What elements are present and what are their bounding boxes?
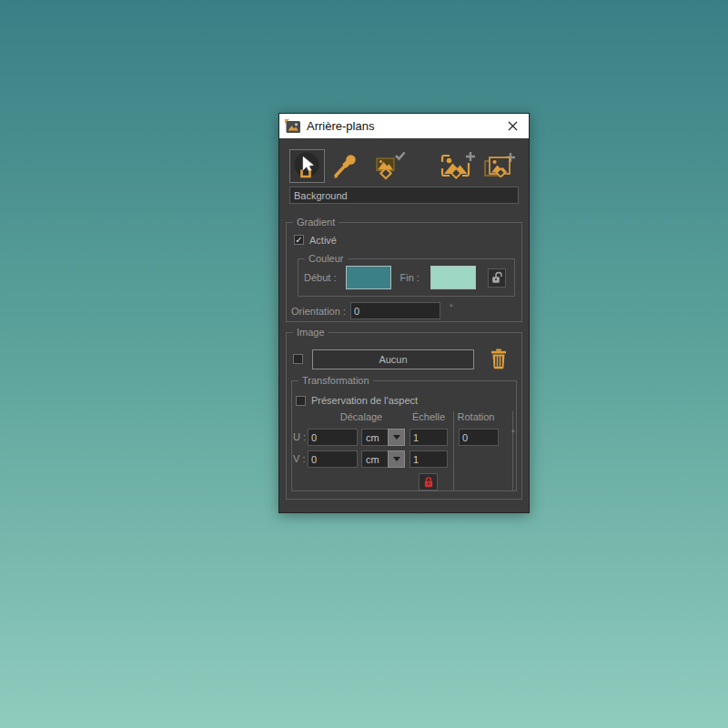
image-enabled-checkbox[interactable]	[293, 354, 303, 364]
rotation-header: Rotation	[458, 411, 495, 422]
column-separator-left	[453, 411, 454, 490]
unlocked-padlock-icon	[491, 271, 502, 284]
u-offset-unit-combo[interactable]: cm	[361, 429, 405, 446]
preserve-aspect-label: Préservation de l'aspect	[311, 395, 418, 406]
v-offset-unit-value: cm	[361, 450, 389, 468]
gradient-enabled-row: ✓ Activé	[294, 234, 521, 246]
v-scale-input[interactable]	[410, 450, 448, 468]
select-tool-button[interactable]	[289, 149, 325, 183]
add-image-tool-button[interactable]	[440, 150, 477, 181]
eyedropper-tool-button[interactable]	[331, 152, 359, 179]
eyedropper-icon	[331, 152, 359, 179]
image-group-label: Image	[293, 327, 329, 339]
u-offset-unit-value: cm	[361, 429, 389, 446]
titlebar[interactable]: Arrière-plans	[279, 114, 529, 138]
image-file-button-label: Aucun	[379, 354, 407, 365]
transformation-group-label: Transformation	[298, 375, 373, 387]
couleur-group-label: Couleur	[305, 253, 348, 265]
couleur-group: Couleur Début : Fin :	[298, 258, 515, 297]
v-offset-unit-combo[interactable]: cm	[361, 450, 405, 468]
start-color-swatch[interactable]	[346, 266, 391, 289]
close-button[interactable]	[496, 114, 529, 138]
u-offset-input[interactable]	[308, 429, 358, 446]
gradient-enabled-label: Activé	[309, 235, 337, 246]
orientation-input[interactable]	[350, 302, 440, 319]
image-group: Image Aucun	[286, 332, 522, 500]
window-title: Arrière-plans	[307, 119, 496, 133]
gradient-group: Gradient ✓ Activé Couleur Début : Fin :	[286, 222, 522, 322]
preserve-aspect-row: Préservation de l'aspect	[296, 395, 418, 406]
v-axis-label: V :	[293, 453, 305, 464]
orientation-label: Orientation :	[291, 306, 346, 317]
preserve-aspect-checkbox[interactable]	[296, 396, 306, 406]
u-rotation-unit: °	[511, 429, 515, 438]
cursor-icon	[292, 151, 322, 181]
start-color-label: Début :	[304, 272, 336, 283]
end-color-swatch[interactable]	[430, 266, 476, 289]
offset-header: Décalage	[340, 411, 382, 422]
chevron-down-icon[interactable]	[388, 450, 405, 468]
orientation-unit: °	[450, 303, 453, 312]
u-rotation-input[interactable]	[459, 429, 499, 446]
image-check-icon	[373, 151, 406, 180]
dialog-body: Gradient ✓ Activé Couleur Début : Fin :	[279, 138, 529, 512]
backgrounds-dialog: Arrière-plans	[278, 113, 530, 513]
trash-icon	[490, 349, 507, 369]
delete-image-button[interactable]	[490, 349, 507, 369]
toolbar	[279, 138, 529, 183]
add-image-copy-tool-button[interactable]	[482, 152, 517, 181]
v-offset-input[interactable]	[308, 450, 358, 468]
u-axis-label: U :	[293, 431, 306, 442]
chevron-down-icon[interactable]	[388, 429, 405, 446]
image-copy-add-icon	[482, 152, 517, 181]
image-file-button[interactable]: Aucun	[312, 349, 474, 369]
u-scale-input[interactable]	[410, 429, 448, 446]
column-separator-right	[512, 411, 513, 490]
desktop: { "window": { "title": "Arrière-plans" }…	[0, 0, 728, 728]
orientation-row: Orientation : °	[291, 302, 521, 319]
check-icon: ✓	[295, 235, 302, 244]
gradient-group-label: Gradient	[293, 217, 339, 228]
transformation-group: Transformation Préservation de l'aspect …	[291, 380, 517, 491]
locked-padlock-icon	[423, 476, 434, 488]
color-lock-button[interactable]	[488, 268, 506, 288]
image-file-row: Aucun	[293, 349, 521, 369]
apply-image-tool-button[interactable]	[373, 151, 406, 180]
scale-header: Échelle	[412, 411, 445, 422]
gradient-enabled-checkbox[interactable]: ✓	[294, 235, 304, 245]
close-icon	[508, 121, 518, 131]
background-name-input[interactable]	[289, 187, 519, 204]
app-image-icon	[285, 119, 301, 134]
end-color-label: Fin :	[399, 272, 419, 283]
image-add-icon	[440, 150, 477, 181]
scale-lock-button[interactable]	[419, 473, 438, 490]
